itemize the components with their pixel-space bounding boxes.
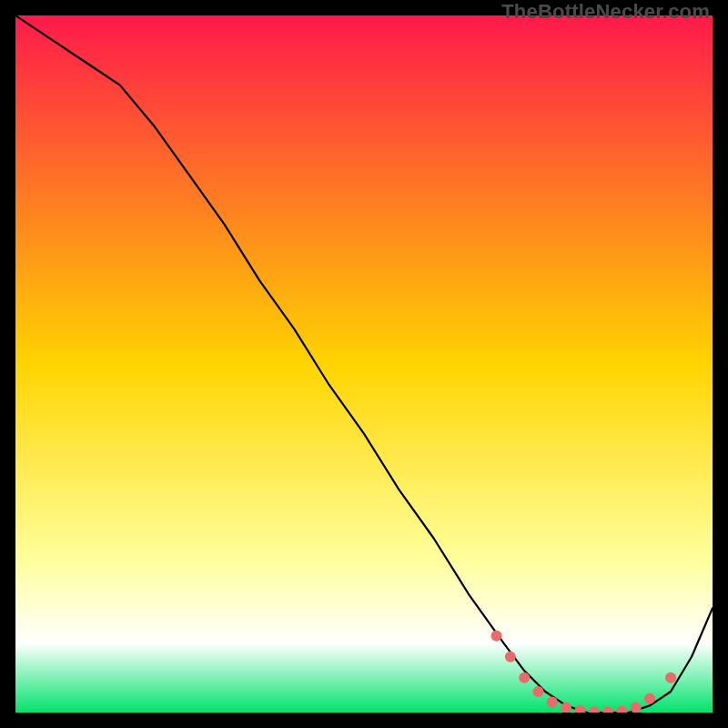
- curve-marker: [519, 672, 530, 683]
- curve-marker: [505, 652, 516, 662]
- curve-marker: [644, 693, 655, 704]
- curve-marker: [491, 631, 502, 642]
- watermark-text: TheBottleNecker.com: [501, 0, 710, 24]
- curve-marker: [665, 672, 676, 683]
- chart-canvas: [15, 15, 713, 713]
- gradient-background: [15, 15, 713, 713]
- chart-frame: [15, 15, 713, 713]
- curve-marker: [533, 686, 544, 697]
- curve-marker: [547, 697, 558, 708]
